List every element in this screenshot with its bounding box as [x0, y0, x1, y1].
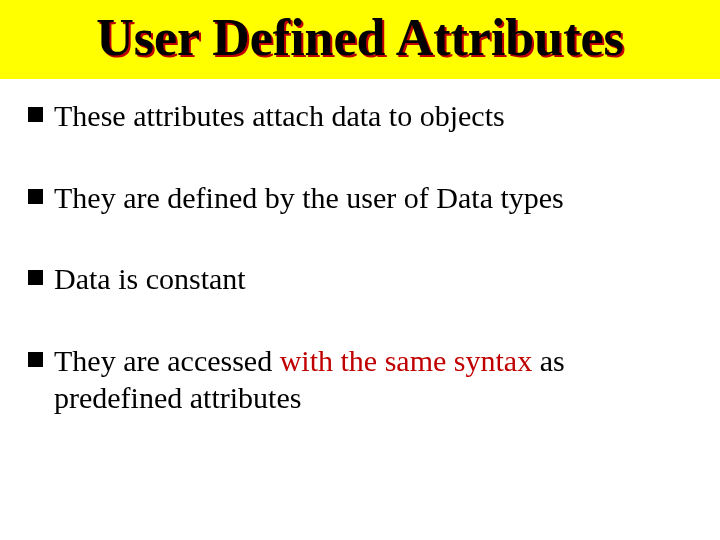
slide-title: User Defined Attributes User Defined Att… — [96, 8, 624, 67]
slide-body: These attributes attach data to objects … — [0, 79, 720, 417]
bullet-item: They are accessed with the same syntax a… — [28, 342, 692, 417]
bullet-text: They are defined by the user of Data typ… — [54, 181, 564, 214]
title-band: User Defined Attributes User Defined Att… — [0, 0, 720, 79]
bullet-item: They are defined by the user of Data typ… — [28, 179, 692, 217]
slide-title-text: User Defined Attributes — [96, 9, 624, 66]
bullet-item: These attributes attach data to objects — [28, 97, 692, 135]
bullet-text-pre: They are accessed — [54, 344, 280, 377]
bullet-item: Data is constant — [28, 260, 692, 298]
bullet-text: Data is constant — [54, 262, 246, 295]
slide: User Defined Attributes User Defined Att… — [0, 0, 720, 540]
bullet-text: These attributes attach data to objects — [54, 99, 505, 132]
bullet-text-highlight: with the same syntax — [280, 344, 532, 377]
